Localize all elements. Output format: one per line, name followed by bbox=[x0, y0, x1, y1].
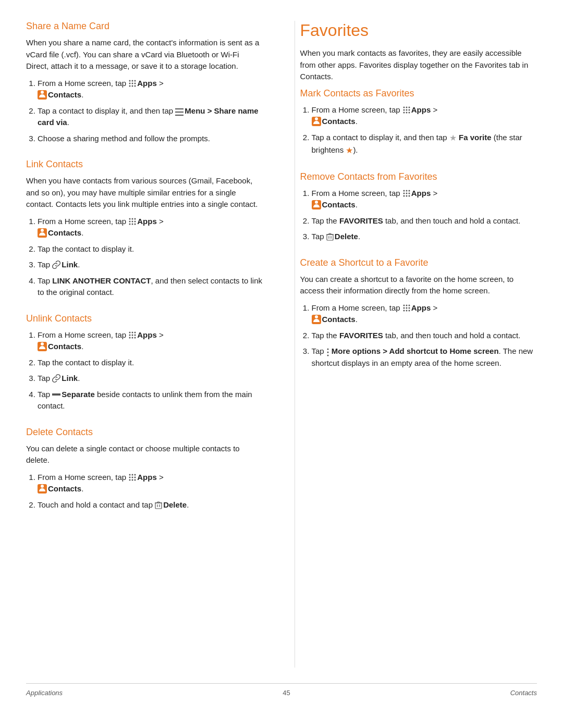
list-item: From a Home screen, tap Apps > Contacts. bbox=[312, 104, 537, 128]
svg-point-79 bbox=[408, 310, 410, 311]
svg-point-4 bbox=[132, 82, 133, 84]
svg-point-73 bbox=[408, 304, 410, 306]
apps-label: Apps bbox=[411, 105, 431, 114]
svg-point-48 bbox=[406, 106, 407, 108]
section-link-title: Link Contacts bbox=[26, 159, 263, 170]
svg-point-78 bbox=[406, 310, 407, 311]
section-mark-steps: From a Home screen, tap Apps > Contacts.… bbox=[312, 104, 537, 157]
svg-point-56 bbox=[315, 117, 318, 120]
list-item: From a Home screen, tap Apps > Contacts. bbox=[38, 329, 263, 353]
link-icon bbox=[52, 374, 60, 382]
link-label: Link bbox=[62, 374, 78, 382]
svg-point-41 bbox=[134, 479, 136, 480]
svg-rect-43 bbox=[155, 503, 162, 509]
contacts-label: Contacts bbox=[322, 315, 356, 324]
apps-label: Apps bbox=[411, 303, 431, 312]
svg-point-49 bbox=[408, 106, 410, 108]
list-item: From a Home screen, tap Apps > Contacts. bbox=[38, 472, 263, 495]
svg-point-75 bbox=[406, 307, 407, 309]
list-item: Tap Link. bbox=[38, 373, 263, 385]
svg-point-26 bbox=[129, 334, 131, 336]
contacts-icon bbox=[38, 90, 47, 100]
star-empty-icon: ★ bbox=[449, 132, 457, 144]
contacts-icon bbox=[312, 117, 321, 126]
apps-label: Apps bbox=[137, 473, 157, 482]
svg-rect-11 bbox=[175, 112, 183, 113]
svg-point-57 bbox=[403, 190, 405, 191]
svg-point-33 bbox=[129, 474, 131, 475]
svg-point-3 bbox=[129, 82, 131, 84]
svg-point-83 bbox=[327, 354, 328, 356]
footer-right: Contacts bbox=[510, 689, 537, 697]
contacts-icon bbox=[38, 342, 47, 351]
svg-point-13 bbox=[129, 218, 131, 219]
apps-icon bbox=[402, 106, 411, 114]
apps-icon bbox=[402, 189, 411, 198]
svg-point-24 bbox=[132, 331, 133, 333]
page-footer: Applications 45 Contacts bbox=[26, 683, 537, 697]
link-label: Link bbox=[62, 260, 78, 269]
menu-icon bbox=[175, 107, 183, 115]
svg-point-54 bbox=[406, 112, 407, 113]
svg-point-50 bbox=[403, 109, 405, 110]
delete-label: Delete bbox=[335, 232, 358, 241]
section-remove: Remove Contacts from Favorites From a Ho… bbox=[300, 171, 537, 243]
svg-point-60 bbox=[403, 192, 405, 194]
svg-point-0 bbox=[129, 80, 131, 81]
list-item: Tap a contact to display it, and then ta… bbox=[312, 132, 537, 157]
svg-point-30 bbox=[132, 337, 133, 338]
link-another-label: LINK ANOTHER CONTACT bbox=[52, 276, 151, 285]
section-mark: Mark Contacts as Favorites From a Home s… bbox=[300, 88, 537, 157]
svg-point-39 bbox=[129, 479, 131, 480]
svg-point-9 bbox=[41, 91, 44, 94]
svg-point-72 bbox=[406, 304, 407, 306]
section-remove-steps: From a Home screen, tap Apps > Contacts.… bbox=[312, 188, 537, 243]
favorite-label: Fa vorite bbox=[459, 133, 492, 142]
delete-label: Delete bbox=[163, 500, 187, 509]
apps-icon bbox=[128, 473, 137, 482]
favorites-tab-label: FAVORITES bbox=[339, 216, 383, 225]
svg-point-51 bbox=[406, 109, 407, 110]
svg-point-63 bbox=[403, 195, 405, 196]
list-item: Tap Delete. bbox=[312, 231, 537, 243]
apps-icon bbox=[128, 217, 137, 226]
svg-rect-10 bbox=[175, 108, 183, 109]
list-item: From a Home screen, tap Apps > Contacts. bbox=[38, 78, 263, 101]
section-link-body: When you have contacts from various sour… bbox=[26, 175, 263, 211]
section-delete: Delete Contacts You can delete a single … bbox=[26, 427, 263, 511]
section-link-steps: From a Home screen, tap Apps > Contacts.… bbox=[38, 216, 263, 299]
svg-point-53 bbox=[403, 112, 405, 113]
separate-icon bbox=[52, 393, 60, 396]
svg-point-17 bbox=[132, 220, 133, 222]
svg-point-77 bbox=[403, 310, 405, 311]
svg-point-16 bbox=[129, 220, 131, 222]
section-unlink: Unlink Contacts From a Home screen, tap … bbox=[26, 313, 263, 412]
svg-point-37 bbox=[132, 476, 133, 478]
svg-point-35 bbox=[134, 474, 136, 475]
contacts-label: Contacts bbox=[48, 484, 81, 493]
menu-label: Menu > Share name card via bbox=[38, 106, 259, 127]
link-icon bbox=[52, 261, 60, 269]
section-share-steps: From a Home screen, tap Apps > Contacts.… bbox=[38, 78, 263, 145]
section-share: Share a Name Card When you share a name … bbox=[26, 21, 263, 144]
more-options-icon bbox=[326, 346, 331, 358]
svg-point-64 bbox=[406, 195, 407, 196]
more-options-label: More options > Add shortcut to Home scre… bbox=[332, 347, 499, 355]
svg-point-82 bbox=[327, 351, 328, 353]
list-item: Tap the contact to display it. bbox=[38, 243, 263, 255]
svg-point-42 bbox=[41, 485, 44, 488]
apps-label: Apps bbox=[137, 79, 157, 88]
svg-point-80 bbox=[315, 315, 318, 318]
svg-point-2 bbox=[134, 80, 136, 81]
contacts-label: Contacts bbox=[322, 117, 356, 126]
svg-point-34 bbox=[132, 474, 133, 475]
svg-point-7 bbox=[132, 85, 133, 87]
separate-label: Separate bbox=[62, 390, 94, 399]
contacts-label: Contacts bbox=[322, 200, 356, 209]
trash-icon bbox=[155, 501, 162, 509]
svg-point-40 bbox=[132, 479, 133, 480]
svg-point-65 bbox=[408, 195, 410, 196]
contacts-icon bbox=[38, 484, 47, 493]
contacts-label: Contacts bbox=[48, 90, 81, 99]
section-remove-title: Remove Contacts from Favorites bbox=[300, 171, 537, 182]
